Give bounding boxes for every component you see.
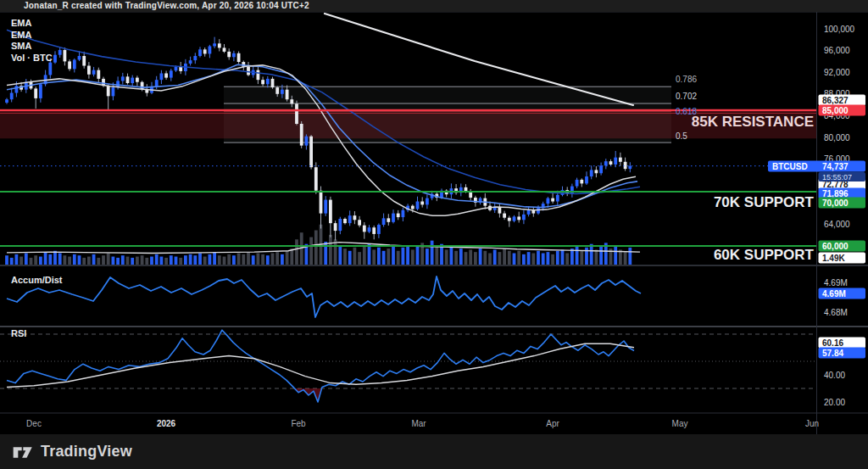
- legend-vol[interactable]: Vol · BTC: [11, 53, 53, 64]
- candle-body: [382, 218, 386, 225]
- time-label-Dec: Dec: [26, 419, 42, 428]
- candle-body: [300, 124, 303, 146]
- volume-bar: [580, 251, 583, 265]
- candle-body: [78, 56, 81, 59]
- candle-body: [223, 47, 226, 51]
- candle-body: [420, 202, 424, 205]
- candle-body: [329, 200, 332, 224]
- price-axis[interactable]: 100,00096,00092,00088,00084,00080,00076,…: [819, 25, 866, 407]
- volume-bar: [73, 254, 76, 265]
- volume-bar: [252, 255, 255, 265]
- time-label-Jun: Jun: [805, 419, 819, 428]
- volume-bar: [585, 248, 588, 265]
- volume-bar: [556, 251, 559, 265]
- candle-body: [377, 225, 381, 234]
- volume-bar: [329, 235, 332, 265]
- support60-annotation: 60K SUPPORT: [714, 247, 815, 263]
- volume-bar: [406, 245, 409, 265]
- volume-bar: [522, 254, 526, 265]
- candle-body: [261, 80, 264, 84]
- rsi-pane: [0, 330, 817, 402]
- price-tick: 64,000: [824, 220, 850, 229]
- volume-bar: [10, 258, 14, 265]
- fib-label-0786: 0.786: [676, 75, 697, 84]
- candle-body: [58, 50, 62, 55]
- time-label-Apr: Apr: [546, 419, 559, 428]
- candle-body: [189, 60, 192, 64]
- volume-bar: [30, 258, 33, 265]
- volume-bar: [465, 252, 468, 265]
- volume-bar: [459, 248, 463, 265]
- candle-body: [48, 63, 52, 75]
- candle-body: [363, 226, 366, 232]
- candle-body: [213, 43, 216, 46]
- candle-body: [286, 90, 289, 100]
- volume-bar: [286, 251, 289, 265]
- legend-ema-2[interactable]: EMA: [11, 30, 53, 42]
- volume-bar: [92, 254, 96, 265]
- tradingview-logo-icon[interactable]: [12, 442, 33, 462]
- volume-bar: [64, 255, 67, 265]
- candle-body: [10, 93, 14, 100]
- candle-body: [121, 76, 125, 81]
- volume-bar: [261, 254, 264, 265]
- accum-dist-pane: [7, 276, 641, 317]
- volume-bar: [309, 237, 313, 265]
- candle-body: [551, 198, 554, 202]
- candle-body: [97, 70, 100, 79]
- candle-body: [334, 223, 337, 231]
- candle-body: [247, 67, 250, 75]
- candle-body: [126, 76, 130, 83]
- volume-bar: [189, 254, 192, 265]
- candle-body: [257, 70, 260, 81]
- volume-bar: [527, 252, 531, 265]
- volume-bar: [426, 248, 429, 265]
- volume-bar: [19, 257, 23, 265]
- volume-bar: [353, 248, 357, 265]
- rsi-tick: 20.00: [824, 398, 845, 407]
- candle-body: [170, 70, 173, 77]
- volume-bar: [576, 246, 579, 265]
- volume-bar: [483, 251, 487, 265]
- volume-bar: [53, 251, 57, 265]
- candle-body: [426, 198, 429, 205]
- volume-bar: [131, 258, 134, 265]
- accum-dist-label[interactable]: Accum/Dist: [11, 275, 63, 285]
- volume-bar: [25, 254, 28, 265]
- candle-body: [619, 158, 622, 162]
- volume-bar: [242, 254, 245, 265]
- candle-body: [92, 70, 96, 75]
- chart-canvas[interactable]: 100,00096,00092,00088,00084,00080,00076,…: [0, 0, 868, 469]
- volume-bar: [150, 257, 153, 265]
- candle-body: [275, 87, 279, 94]
- volume-bar: [78, 255, 81, 265]
- candle-body: [324, 200, 327, 214]
- legend-ema-1[interactable]: EMA: [11, 18, 53, 30]
- time-axis[interactable]: Dec2026FebMarAprMayJun: [26, 419, 819, 428]
- candle-body: [387, 218, 390, 221]
- volume-bar: [44, 252, 47, 265]
- candle-body: [624, 162, 627, 169]
- volume-bar: [34, 255, 37, 265]
- candle-body: [87, 66, 91, 75]
- accum-dist-line: [7, 276, 641, 317]
- volume-bar: [15, 254, 19, 265]
- volume-bar: [257, 254, 260, 265]
- pane-separators: [0, 12, 868, 434]
- symbol-tag: BTCUSD: [772, 162, 808, 171]
- volume-bar: [537, 251, 540, 265]
- volume-bar: [193, 255, 197, 265]
- volume-bar: [97, 258, 100, 265]
- candle-body: [237, 53, 241, 62]
- legend-sma[interactable]: SMA: [11, 41, 53, 53]
- support70-annotation: 70K SUPPORT: [714, 194, 815, 210]
- candle-body: [160, 73, 164, 80]
- tradingview-brand-text[interactable]: TradingView: [41, 443, 132, 461]
- candle-body: [68, 61, 71, 69]
- candle-body: [73, 59, 76, 69]
- candle-body: [353, 215, 357, 220]
- rsi-label[interactable]: RSI: [11, 328, 26, 338]
- candle-body: [517, 216, 520, 220]
- candle-body: [604, 161, 608, 165]
- volume-bar: [387, 248, 390, 265]
